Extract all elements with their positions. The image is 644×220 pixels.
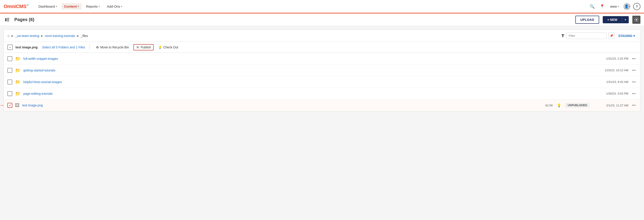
- publish-icon: 'A': [136, 45, 140, 49]
- file-name-2[interactable]: helpful-hints-tutorial-images: [23, 80, 305, 84]
- chevron-down-icon: ▾: [121, 5, 122, 8]
- checkout-icon: 💡: [158, 45, 162, 49]
- publish-button[interactable]: 'A' Publish: [134, 44, 154, 50]
- recycle-bin-button[interactable]: ♻ Move to Recycle Bin: [94, 45, 131, 50]
- svg-marker-4: [561, 34, 564, 37]
- table-row: 📁 full-width-snippet-images 1/31/23, 2:2…: [4, 53, 640, 64]
- row-arrow-indicator: →: [0, 102, 4, 108]
- file-date-3: 1/30/23, 3:03 PM: [592, 92, 628, 95]
- file-table: 📁 full-width-snippet-images 1/31/23, 2:2…: [4, 53, 640, 111]
- breadcrumb-sep-0: ▶: [12, 34, 14, 37]
- breadcrumb-link-0[interactable]: _uw-team-testing: [15, 34, 39, 38]
- select-all-checkbox[interactable]: [8, 45, 13, 50]
- user-avatar[interactable]: 👤 ▾: [623, 3, 630, 10]
- upload-button[interactable]: UPLOAD: [576, 16, 599, 24]
- svg-rect-2: [7, 19, 9, 20]
- row-checkbox-2[interactable]: [8, 79, 12, 84]
- file-size-4: 62.5K: [540, 104, 553, 107]
- row-checkbox-0[interactable]: [8, 56, 12, 61]
- folder-icon: 📁: [15, 68, 21, 73]
- row-checkbox-3[interactable]: [8, 91, 12, 96]
- filter-icon: [561, 34, 564, 37]
- breadcrumb-row: ⌂ ▶ _uw-team-testing ▶ omni-training-tut…: [4, 29, 640, 42]
- file-more-3[interactable]: •••: [631, 91, 636, 97]
- file-name-4[interactable]: test image.png: [22, 103, 278, 107]
- nav-reports[interactable]: Reports ▾: [83, 3, 102, 10]
- file-name-3[interactable]: page-editing-tutorials: [23, 92, 305, 95]
- file-date-2: 1/31/23, 8:42 AM: [592, 80, 628, 84]
- breadcrumb-home[interactable]: ⌂: [8, 34, 10, 38]
- image-icon: 🖼: [15, 103, 20, 108]
- logo-text: OmniCMS™: [4, 3, 28, 9]
- folder-icon: 📁: [15, 56, 21, 61]
- file-name-1[interactable]: getting-started-tutorials: [23, 69, 305, 72]
- table-row: 📁 page-editing-tutorials 1/30/23, 3:03 P…: [4, 88, 640, 99]
- chevron-down-icon: ▾: [633, 34, 635, 38]
- chevron-down-icon: ▾: [78, 5, 79, 8]
- table-row: 📁 getting-started-tutorials 1/23/23, 10:…: [4, 64, 640, 76]
- breadcrumb-current: _files: [81, 34, 88, 38]
- toolbar-divider: [90, 44, 90, 50]
- select-all-link[interactable]: Select all 5 Folders and 1 Files: [42, 45, 85, 49]
- filter-area: 📌 STAGING ▾: [561, 32, 636, 39]
- file-date-1: 1/23/23, 10:12 AM: [592, 69, 628, 72]
- chevron-down-icon: ▾: [618, 5, 619, 8]
- file-status-4: UNPUBLISHED: [565, 103, 590, 108]
- breadcrumb-sep-2: ▶: [77, 34, 79, 37]
- toolbar-row: test image.png Select all 5 Folders and …: [4, 42, 640, 53]
- file-more-2[interactable]: •••: [631, 79, 636, 85]
- new-button-group: + NEW ▾: [603, 16, 629, 23]
- search-button[interactable]: 🔍: [588, 3, 596, 10]
- chevron-down-icon: ▾: [99, 5, 100, 8]
- new-button[interactable]: + NEW: [603, 16, 622, 23]
- folder-icon: 📁: [15, 91, 21, 96]
- chevron-down-icon: ▾: [56, 5, 57, 8]
- nav-content[interactable]: Content ▾: [62, 3, 82, 10]
- file-more-1[interactable]: •••: [631, 67, 636, 73]
- breadcrumb-link-1[interactable]: omni-training-tutorials: [45, 34, 75, 38]
- breadcrumb-sep-1: ▶: [41, 34, 43, 37]
- chevron-down-icon: ▾: [629, 5, 630, 8]
- sidebar-toggle-button[interactable]: [4, 16, 11, 23]
- new-button-dropdown[interactable]: ▾: [622, 16, 629, 23]
- file-date-0: 1/31/23, 2:20 PM: [592, 57, 628, 60]
- folder-icon: 📁: [15, 79, 21, 85]
- file-name-0[interactable]: full-width-snippet-images: [23, 57, 305, 60]
- location-button[interactable]: 📍: [598, 3, 606, 10]
- table-row: → 🖼 test image.png 62.5K 💡 UNPUBLISHED 2…: [4, 99, 640, 111]
- nav-dashboard[interactable]: Dashboard ▾: [36, 3, 60, 10]
- row-checkbox-4[interactable]: [8, 103, 12, 108]
- logo[interactable]: OmniCMS™: [4, 3, 28, 9]
- table-row: 📁 helpful-hints-tutorial-images 1/31/23,…: [4, 76, 640, 88]
- selected-filename: test image.png: [16, 45, 38, 49]
- nav-right: 🔍 📍 www ▾ 👤 ▾ ?: [588, 3, 640, 10]
- filter-input[interactable]: [566, 32, 606, 39]
- file-more-0[interactable]: •••: [631, 56, 636, 62]
- page-title: Pages (6): [14, 17, 34, 22]
- svg-rect-1: [7, 18, 9, 18]
- svg-rect-3: [7, 21, 9, 21]
- settings-button[interactable]: [632, 16, 640, 24]
- light-bulb-icon: 💡: [556, 103, 562, 108]
- file-date-4: 2/1/23, 11:27 AM: [592, 104, 628, 107]
- staging-selector[interactable]: STAGING ▾: [616, 33, 636, 38]
- page-header: Pages (6) UPLOAD + NEW ▾: [0, 13, 644, 26]
- recycle-icon: ♻: [96, 45, 99, 49]
- row-checkbox-1[interactable]: [8, 68, 12, 73]
- www-selector[interactable]: www ▾: [608, 4, 621, 9]
- main-content: ⌂ ▶ _uw-team-testing ▶ omni-training-tut…: [0, 26, 644, 115]
- top-nav: OmniCMS™ Dashboard ▾ Content ▾ Reports ▾…: [0, 0, 644, 13]
- svg-rect-0: [5, 18, 6, 21]
- file-more-4[interactable]: •••: [631, 102, 636, 108]
- checkout-button[interactable]: 💡 Check Out: [156, 45, 180, 50]
- filter-pin-button[interactable]: 📌: [608, 33, 615, 39]
- nav-addons[interactable]: Add-Ons ▾: [104, 3, 125, 10]
- help-button[interactable]: ?: [633, 3, 640, 10]
